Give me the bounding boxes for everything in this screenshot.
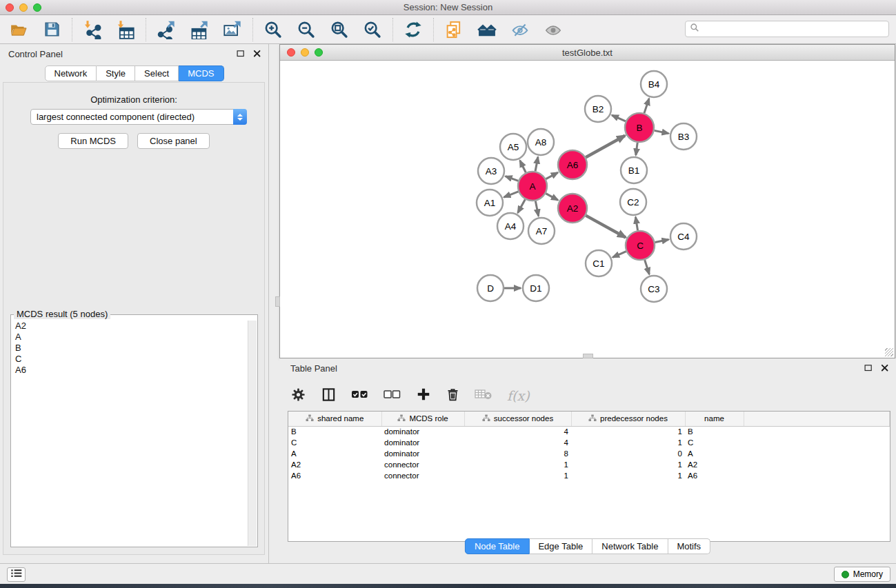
task-history-button[interactable] [7, 567, 26, 582]
node-A5[interactable]: A5 [500, 134, 526, 160]
cell[interactable]: 1 [571, 426, 685, 437]
column-header-name[interactable]: name [685, 412, 744, 426]
window-controls[interactable] [6, 3, 41, 12]
home-view-button[interactable] [477, 19, 497, 40]
close-panel-button[interactable] [252, 48, 263, 59]
edge-A6-B[interactable] [586, 136, 625, 158]
table-row[interactable]: A2connector11A2 [288, 459, 890, 470]
table-row[interactable]: Bdominator41B [288, 426, 890, 437]
edge-B-B2[interactable] [612, 115, 626, 121]
node-A1[interactable]: A1 [477, 190, 503, 216]
deselect-all-rows-button[interactable] [384, 387, 401, 405]
cell[interactable]: 1 [464, 459, 571, 470]
vertical-split-handle[interactable] [275, 296, 280, 307]
node-C3[interactable]: C3 [641, 276, 667, 302]
cell[interactable]: 1 [571, 470, 685, 481]
node-C4[interactable]: C4 [670, 223, 697, 250]
open-file-button[interactable] [8, 19, 29, 40]
save-session-button[interactable] [41, 19, 62, 40]
node-A8[interactable]: A8 [528, 129, 554, 155]
network-zoom-button[interactable] [315, 48, 323, 57]
zoom-selected-button[interactable] [362, 19, 383, 40]
show-panel-button[interactable] [543, 19, 564, 40]
hide-panel-button[interactable] [510, 19, 530, 40]
close-window-button[interactable] [6, 3, 14, 12]
table-row[interactable]: Adominator80A [288, 448, 890, 459]
node-C[interactable]: C [626, 231, 655, 260]
zoom-fit-button[interactable] [329, 19, 350, 40]
edge-A-A4[interactable] [518, 199, 526, 212]
edge-C-C3[interactable] [645, 260, 650, 274]
node-A7[interactable]: A7 [528, 218, 555, 244]
node-A2[interactable]: A2 [558, 194, 587, 223]
cell[interactable]: 8 [464, 448, 571, 459]
float-panel-button[interactable] [235, 48, 246, 59]
mcds-result-list[interactable]: A2ABCA6 [12, 321, 248, 546]
search-input[interactable] [699, 24, 888, 34]
node-A[interactable]: A [518, 172, 547, 201]
export-image-button[interactable] [222, 19, 243, 40]
cell[interactable]: connector [381, 470, 464, 481]
table-tab-edge-table[interactable]: Edge Table [529, 538, 593, 554]
column-header-shared-name[interactable]: shared name [288, 412, 381, 426]
cell[interactable]: A2 [685, 459, 744, 470]
cell[interactable]: connector [381, 459, 464, 470]
dropdown-stepper-icon[interactable] [233, 109, 247, 125]
close-panel-button-mcds[interactable]: Close panel [137, 133, 210, 149]
network-canvas[interactable]: AA1A2A3A4A5A6A7A8BB1B2B3B4CC1C2C3C4DD1 [280, 61, 895, 358]
search-field[interactable] [685, 21, 889, 37]
table-tab-network-table[interactable]: Network Table [593, 538, 668, 554]
node-B[interactable]: B [625, 113, 654, 142]
select-all-rows-button[interactable] [351, 387, 369, 405]
cell[interactable]: A6 [288, 470, 381, 481]
result-scrollbar[interactable] [248, 321, 257, 546]
close-table-panel-button[interactable] [879, 363, 890, 374]
tab-select[interactable]: Select [135, 65, 179, 81]
cell[interactable]: A [685, 448, 744, 459]
edge-C-C2[interactable] [635, 217, 637, 231]
table-tab-motifs[interactable]: Motifs [668, 538, 710, 554]
node-C2[interactable]: C2 [620, 189, 646, 215]
cell[interactable]: C [288, 437, 381, 448]
resize-grip[interactable] [885, 348, 893, 356]
column-header-mcds-role[interactable]: MCDS role [381, 412, 464, 426]
edge-A-A1[interactable] [504, 192, 519, 197]
edge-B-B1[interactable] [636, 143, 637, 155]
edge-C-C1[interactable] [613, 252, 626, 258]
cell[interactable]: 1 [464, 470, 571, 481]
edge-A-A3[interactable] [506, 176, 519, 181]
tab-style[interactable]: Style [97, 65, 135, 81]
result-item[interactable]: A2 [15, 321, 248, 332]
edge-A-A5[interactable] [520, 161, 526, 173]
node-A4[interactable]: A4 [497, 213, 524, 239]
result-item[interactable]: A [15, 332, 248, 343]
column-header-predecessor-nodes[interactable]: predecessor nodes [571, 412, 685, 426]
add-column-button[interactable] [416, 387, 431, 405]
export-network-button[interactable] [156, 19, 177, 40]
node-B4[interactable]: B4 [641, 71, 667, 97]
cell[interactable]: A2 [288, 459, 381, 470]
zoom-window-button[interactable] [33, 3, 41, 12]
network-window-titlebar[interactable]: testGlobe.txt [280, 45, 895, 61]
zoom-out-button[interactable] [296, 19, 317, 40]
minimize-window-button[interactable] [19, 3, 28, 12]
edge-B-B4[interactable] [644, 99, 649, 113]
cell[interactable]: A6 [685, 470, 744, 481]
table-row[interactable]: Cdominator41C [288, 437, 890, 448]
table-tab-node-table[interactable]: Node Table [465, 538, 530, 554]
criterion-dropdown[interactable]: largest connected component (directed) [30, 109, 247, 125]
cell[interactable]: B [685, 426, 744, 437]
refresh-network-button[interactable] [403, 19, 424, 40]
import-network-button[interactable] [82, 19, 103, 40]
node-B1[interactable]: B1 [621, 157, 647, 183]
float-table-panel-button[interactable] [863, 363, 874, 374]
result-item[interactable]: A6 [15, 365, 248, 376]
cell[interactable]: dominator [381, 426, 464, 437]
node-A3[interactable]: A3 [478, 158, 504, 184]
edge-A2-C[interactable] [586, 216, 626, 238]
result-item[interactable]: C [15, 354, 248, 365]
cell[interactable]: 0 [571, 448, 685, 459]
edge-A-A8[interactable] [535, 157, 538, 172]
cell[interactable]: 4 [464, 437, 571, 448]
edge-C-C4[interactable] [655, 239, 669, 242]
